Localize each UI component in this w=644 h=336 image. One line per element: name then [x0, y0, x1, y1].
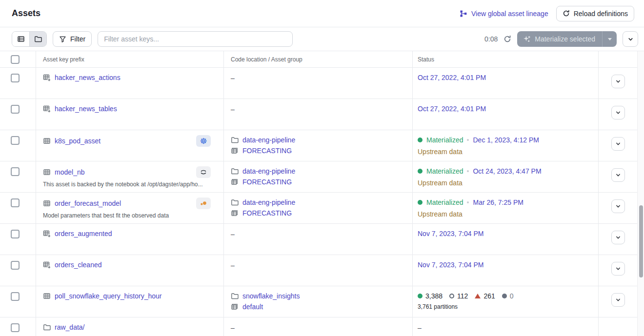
separator-dot	[467, 139, 469, 141]
code-location-link[interactable]: data-eng-pipeline	[242, 198, 295, 206]
asset-filter-input[interactable]	[98, 31, 293, 47]
row-checkbox[interactable]	[11, 167, 20, 176]
materialized-dot	[418, 169, 423, 174]
status-label: Materialized	[426, 167, 463, 175]
upstream-data-note: Upstream data	[418, 148, 590, 156]
filter-button-label: Filter	[70, 35, 85, 43]
folder-icon	[231, 167, 239, 175]
asset-key-link[interactable]: hacker_news_actions	[55, 74, 121, 81]
reload-definitions-button[interactable]: Reload definitions	[556, 6, 634, 21]
asset-key-link[interactable]: order_forecast_model	[55, 199, 121, 207]
materialize-selected-button[interactable]: Materialize selected	[517, 31, 602, 47]
row-expand-button[interactable]	[611, 262, 625, 276]
chevron-down-icon	[615, 296, 622, 303]
materialized-dot	[418, 138, 423, 142]
asset-group-link[interactable]: FORECASTING	[242, 209, 292, 217]
list-view-toggle[interactable]	[12, 32, 29, 46]
row-checkbox[interactable]	[11, 230, 20, 238]
asset-group-link[interactable]: default	[242, 303, 263, 311]
scrollbar-track[interactable]	[637, 51, 644, 336]
column-header-status: Status	[412, 51, 598, 67]
table-plus-icon	[43, 261, 51, 269]
row-expand-button[interactable]	[611, 231, 625, 244]
row-checkbox[interactable]	[11, 261, 20, 270]
asset-group-link[interactable]: FORECASTING	[242, 178, 292, 186]
view-global-asset-lineage-link[interactable]: View global asset lineage	[460, 10, 548, 18]
materialization-date-link[interactable]: Oct 27, 2022, 4:01 PM	[418, 74, 486, 81]
toolbar-more-button[interactable]	[623, 31, 638, 47]
separator-dot	[467, 201, 469, 203]
column-header-asset-key: Asset key prefix	[36, 51, 223, 67]
select-all-checkbox[interactable]	[11, 55, 20, 64]
asset-key-link[interactable]: poll_snowflake_query_history_hour	[55, 292, 161, 300]
queued-partitions-dot	[502, 294, 507, 298]
materialization-date-link[interactable]: Dec 1, 2023, 4:12 PM	[473, 136, 539, 144]
table-row: k8s_pod_asset ☸ data-eng-pipeline FORECA…	[0, 130, 644, 161]
row-expand-button[interactable]	[611, 199, 625, 213]
empty-location: –	[231, 74, 235, 82]
asset-group-icon	[231, 147, 239, 155]
list-view-icon	[17, 35, 25, 43]
sparkle-icon	[523, 35, 531, 43]
materialize-selected-label: Materialize selected	[535, 35, 595, 43]
asset-key-link[interactable]: orders_cleaned	[55, 261, 102, 269]
chevron-down-icon	[615, 203, 622, 210]
code-location-link[interactable]: data-eng-pipeline	[242, 167, 295, 175]
title-bar: Assets View global asset lineage Reload …	[0, 0, 644, 27]
empty-location: –	[231, 324, 235, 332]
row-expand-button[interactable]	[611, 75, 625, 88]
materialization-date-link[interactable]: Nov 7, 2023, 7:04 PM	[418, 230, 483, 237]
folder-icon	[231, 136, 239, 144]
empty-location: –	[231, 261, 235, 269]
materialize-options-caret[interactable]	[602, 31, 617, 47]
view-mode-toggle	[12, 31, 47, 47]
asset-group-link[interactable]: FORECASTING	[242, 147, 292, 155]
scrollbar-thumb[interactable]	[639, 205, 643, 277]
asset-description: Model parameters that best fit the obser…	[43, 212, 211, 219]
asset-description: This asset is backed by the notebook at …	[43, 181, 211, 188]
table-plus-icon	[43, 230, 51, 237]
row-expand-button[interactable]	[611, 293, 625, 307]
asset-group-icon	[231, 178, 239, 186]
table-row: hacker_news_actions – Oct 27, 2022, 4:01…	[0, 68, 644, 99]
caret-down-icon	[608, 38, 612, 40]
table-row: poll_snowflake_query_history_hour snowfl…	[0, 286, 644, 317]
refresh-icon	[563, 10, 570, 17]
materialize-split-button: Materialize selected	[517, 31, 617, 47]
folder-view-icon	[34, 35, 42, 43]
page-title: Assets	[12, 8, 40, 19]
asset-key-link[interactable]: hacker_news_tables	[55, 105, 117, 113]
folder-view-toggle[interactable]	[29, 32, 46, 46]
row-checkbox[interactable]	[11, 292, 20, 301]
column-header-code-location: Code location / Asset group	[223, 51, 412, 67]
materialization-date-link[interactable]: Oct 27, 2022, 4:01 PM	[418, 105, 486, 113]
filter-button[interactable]: Filter	[53, 31, 92, 47]
asset-key-link[interactable]: model_nb	[55, 168, 85, 176]
chevron-down-icon	[615, 109, 622, 116]
asset-key-link[interactable]: raw_data/	[55, 323, 84, 331]
row-checkbox[interactable]	[11, 105, 20, 114]
noteable-icon	[196, 198, 211, 209]
asset-key-link[interactable]: k8s_pod_asset	[55, 137, 101, 145]
materialization-date-link[interactable]: Mar 26, 7:25 PM	[473, 198, 523, 206]
materialization-date-link[interactable]: Oct 24, 2023, 4:47 PM	[473, 167, 541, 175]
row-checkbox[interactable]	[11, 74, 20, 82]
row-expand-button[interactable]	[611, 168, 625, 182]
empty-location: –	[231, 105, 235, 113]
row-checkbox[interactable]	[11, 323, 20, 332]
table-icon	[43, 168, 51, 176]
table-icon	[43, 199, 51, 207]
chevron-down-icon	[615, 78, 622, 85]
folder-icon	[43, 323, 51, 331]
row-expand-button[interactable]	[611, 137, 625, 151]
code-location-link[interactable]: data-eng-pipeline	[242, 136, 295, 144]
row-expand-button[interactable]	[611, 106, 625, 119]
table-row: order_forecast_model Model parameters th…	[0, 193, 644, 224]
refresh-button[interactable]	[503, 35, 511, 43]
row-checkbox[interactable]	[11, 136, 20, 145]
asset-key-link[interactable]: orders_augmented	[55, 230, 112, 237]
table-row: raw_data/ – –	[0, 317, 644, 336]
code-location-link[interactable]: snowflake_insights	[242, 292, 300, 300]
row-checkbox[interactable]	[11, 198, 20, 207]
materialization-date-link[interactable]: Nov 7, 2023, 7:04 PM	[418, 261, 483, 269]
